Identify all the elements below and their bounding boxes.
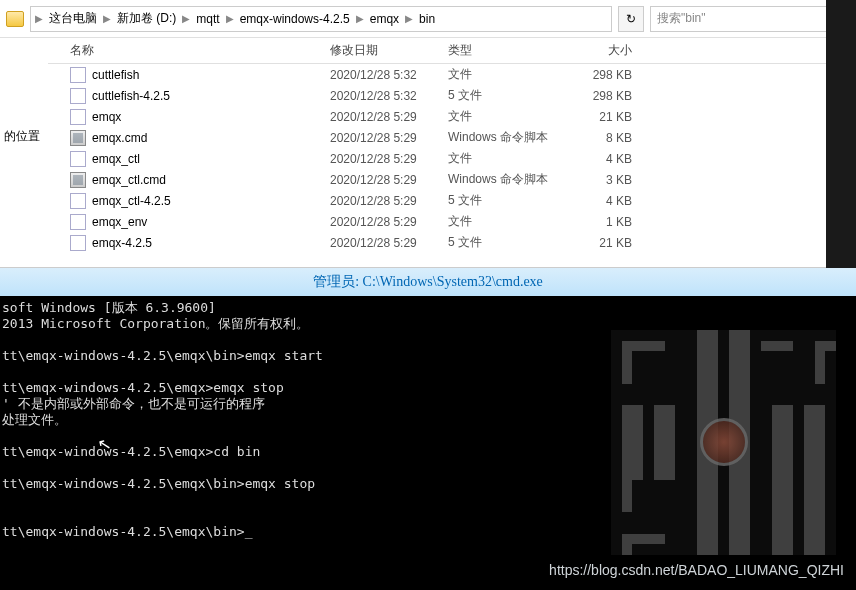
file-name: cuttlefish-4.2.5 xyxy=(92,89,330,103)
breadcrumb-item[interactable]: bin xyxy=(415,12,439,26)
file-date: 2020/12/28 5:29 xyxy=(330,173,448,187)
file-explorer: ▶这台电脑▶新加卷 (D:)▶mqtt▶emqx-windows-4.2.5▶e… xyxy=(0,0,856,268)
sidebar: 的位置 xyxy=(0,38,48,268)
file-row[interactable]: cuttlefish2020/12/28 5:32文件298 KB xyxy=(48,64,856,85)
breadcrumb-item[interactable]: emqx xyxy=(366,12,403,26)
file-name: emqx xyxy=(92,110,330,124)
header-name[interactable]: 名称 xyxy=(70,42,330,59)
file-name: emqx.cmd xyxy=(92,131,330,145)
terminal-title: 管理员: C:\Windows\System32\cmd.exe xyxy=(0,268,856,296)
file-date: 2020/12/28 5:32 xyxy=(330,89,448,103)
file-icon xyxy=(70,151,86,167)
file-name: emqx-4.2.5 xyxy=(92,236,330,250)
file-row[interactable]: emqx2020/12/28 5:29文件21 KB xyxy=(48,106,856,127)
breadcrumb[interactable]: ▶这台电脑▶新加卷 (D:)▶mqtt▶emqx-windows-4.2.5▶e… xyxy=(30,6,612,32)
file-type: 文件 xyxy=(448,213,572,230)
file-date: 2020/12/28 5:29 xyxy=(330,110,448,124)
breadcrumb-item[interactable]: emqx-windows-4.2.5 xyxy=(236,12,354,26)
file-row[interactable]: emqx.cmd2020/12/28 5:29Windows 命令脚本8 KB xyxy=(48,127,856,148)
file-size: 298 KB xyxy=(572,68,632,82)
chevron-right-icon: ▶ xyxy=(226,13,234,24)
file-size: 21 KB xyxy=(572,236,632,250)
file-area: 名称 修改日期 类型 大小 cuttlefish2020/12/28 5:32文… xyxy=(48,38,856,268)
qr-center-logo xyxy=(700,418,748,466)
file-icon xyxy=(70,235,86,251)
file-row[interactable]: emqx-4.2.52020/12/28 5:295 文件21 KB xyxy=(48,232,856,253)
header-type[interactable]: 类型 xyxy=(448,42,572,59)
file-date: 2020/12/28 5:29 xyxy=(330,194,448,208)
sidebar-label: 的位置 xyxy=(4,129,40,143)
file-type: 5 文件 xyxy=(448,87,572,104)
file-icon xyxy=(70,67,86,83)
breadcrumb-item[interactable]: 新加卷 (D:) xyxy=(113,10,180,27)
file-type: 5 文件 xyxy=(448,192,572,209)
file-date: 2020/12/28 5:29 xyxy=(330,215,448,229)
chevron-right-icon: ▶ xyxy=(182,13,190,24)
file-type: Windows 命令脚本 xyxy=(448,171,572,188)
file-icon xyxy=(70,130,86,146)
file-list: cuttlefish2020/12/28 5:32文件298 KBcuttlef… xyxy=(48,64,856,253)
breadcrumb-item[interactable]: mqtt xyxy=(192,12,223,26)
folder-icon xyxy=(6,11,24,27)
header-size[interactable]: 大小 xyxy=(572,42,632,59)
file-type: 文件 xyxy=(448,150,572,167)
file-icon xyxy=(70,109,86,125)
file-name: emqx_ctl-4.2.5 xyxy=(92,194,330,208)
file-size: 298 KB xyxy=(572,89,632,103)
file-date: 2020/12/28 5:29 xyxy=(330,152,448,166)
file-date: 2020/12/28 5:29 xyxy=(330,131,448,145)
file-name: cuttlefish xyxy=(92,68,330,82)
header-date[interactable]: 修改日期 xyxy=(330,42,448,59)
chevron-right-icon: ▶ xyxy=(356,13,364,24)
breadcrumb-item[interactable]: 这台电脑 xyxy=(45,10,101,27)
chevron-right-icon: ▶ xyxy=(103,13,111,24)
file-date: 2020/12/28 5:32 xyxy=(330,68,448,82)
watermark: https://blog.csdn.net/BADAO_LIUMANG_QIZH… xyxy=(549,562,844,578)
file-type: 文件 xyxy=(448,66,572,83)
file-row[interactable]: cuttlefish-4.2.52020/12/28 5:325 文件298 K… xyxy=(48,85,856,106)
file-size: 4 KB xyxy=(572,152,632,166)
file-icon xyxy=(70,172,86,188)
chevron-right-icon: ▶ xyxy=(405,13,413,24)
file-icon xyxy=(70,214,86,230)
file-name: emqx_ctl xyxy=(92,152,330,166)
file-type: 文件 xyxy=(448,108,572,125)
file-type: 5 文件 xyxy=(448,234,572,251)
file-row[interactable]: emqx_ctl-4.2.52020/12/28 5:295 文件4 KB xyxy=(48,190,856,211)
address-bar: ▶这台电脑▶新加卷 (D:)▶mqtt▶emqx-windows-4.2.5▶e… xyxy=(0,0,856,38)
file-size: 3 KB xyxy=(572,173,632,187)
file-size: 21 KB xyxy=(572,110,632,124)
search-input[interactable]: 搜索"bin" 🔍 xyxy=(650,6,850,32)
file-size: 8 KB xyxy=(572,131,632,145)
file-size: 4 KB xyxy=(572,194,632,208)
chevron-right-icon: ▶ xyxy=(35,13,43,24)
file-row[interactable]: emqx_env2020/12/28 5:29文件1 KB xyxy=(48,211,856,232)
refresh-button[interactable]: ↻ xyxy=(618,6,644,32)
column-headers[interactable]: 名称 修改日期 类型 大小 xyxy=(48,38,856,64)
file-date: 2020/12/28 5:29 xyxy=(330,236,448,250)
file-size: 1 KB xyxy=(572,215,632,229)
file-row[interactable]: emqx_ctl.cmd2020/12/28 5:29Windows 命令脚本3… xyxy=(48,169,856,190)
file-icon xyxy=(70,88,86,104)
file-icon xyxy=(70,193,86,209)
file-type: Windows 命令脚本 xyxy=(448,129,572,146)
file-name: emqx_ctl.cmd xyxy=(92,173,330,187)
search-placeholder: 搜索"bin" xyxy=(657,10,706,27)
file-row[interactable]: emqx_ctl2020/12/28 5:29文件4 KB xyxy=(48,148,856,169)
window-edge xyxy=(826,0,856,268)
file-name: emqx_env xyxy=(92,215,330,229)
